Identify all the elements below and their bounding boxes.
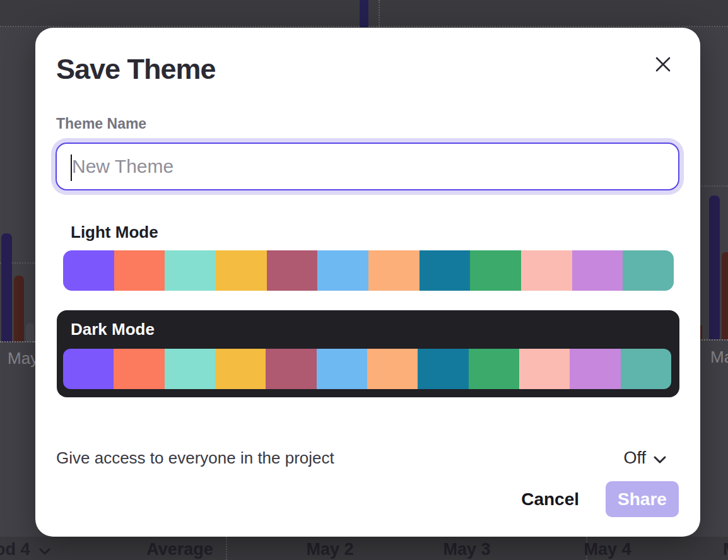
- axis-label: Average: [146, 540, 213, 559]
- palette-swatch: [621, 349, 671, 389]
- theme-name-input[interactable]: [57, 144, 678, 189]
- axis-separator: [226, 537, 227, 560]
- palette-swatch: [519, 349, 570, 389]
- modal-title: Save Theme: [56, 53, 216, 86]
- palette-swatch: [165, 349, 215, 389]
- chevron-down-icon: [654, 448, 666, 468]
- palette-swatch: [165, 250, 216, 291]
- palette-swatch: [418, 349, 468, 389]
- dark-mode-label: Dark Mode: [71, 320, 155, 339]
- palette-swatch: [470, 250, 521, 291]
- save-theme-modal: Save Theme Theme Name Light Mode Dark Mo…: [35, 28, 700, 537]
- palette-swatch: [469, 349, 519, 389]
- theme-name-field: [56, 143, 679, 190]
- background-bar: [26, 323, 34, 342]
- modal-actions: Cancel Share: [521, 481, 679, 517]
- access-dropdown[interactable]: Off: [623, 448, 666, 468]
- palette-swatch: [267, 250, 318, 291]
- axis-label: May: [8, 349, 38, 368]
- access-row: Give access to everyone in the project O…: [56, 445, 666, 470]
- axis-label: M: [723, 540, 728, 559]
- palette-swatch: [114, 349, 164, 389]
- palette-swatch: [570, 349, 620, 389]
- light-mode-palette: [63, 250, 674, 291]
- share-button[interactable]: Share: [606, 481, 679, 517]
- dark-mode-palette: [63, 349, 671, 389]
- palette-swatch: [367, 349, 418, 389]
- dark-mode-card: Dark Mode: [57, 310, 679, 397]
- background-axis-line: [0, 341, 35, 342]
- palette-swatch: [215, 349, 266, 389]
- background-bar: [1, 233, 12, 342]
- palette-swatch: [317, 250, 368, 291]
- chevron-down-icon: [39, 540, 50, 559]
- palette-swatch: [63, 250, 114, 291]
- palette-swatch: [114, 250, 165, 291]
- background-axis-line: [699, 339, 728, 341]
- background-gridline: [379, 0, 380, 28]
- period-selector-label: od 4: [0, 540, 30, 559]
- background-bottom-axis: od 4 Average May 2 May 3 May 4 M: [0, 537, 728, 560]
- theme-name-label: Theme Name: [56, 115, 146, 132]
- background-gridline: [699, 185, 728, 187]
- palette-swatch: [572, 250, 623, 291]
- cancel-button[interactable]: Cancel: [521, 489, 579, 510]
- background-bar: [709, 195, 720, 339]
- palette-swatch: [63, 349, 114, 389]
- close-button[interactable]: [652, 54, 674, 76]
- palette-swatch: [420, 250, 471, 291]
- background-bar: [360, 0, 368, 27]
- light-mode-label: Light Mode: [71, 223, 158, 242]
- axis-label: Ma: [710, 347, 728, 367]
- palette-swatch: [521, 250, 572, 291]
- close-icon: [655, 56, 671, 74]
- axis-label: May 2: [306, 540, 353, 559]
- access-label: Give access to everyone in the project: [56, 448, 334, 468]
- access-dropdown-value: Off: [623, 448, 646, 468]
- background-bar: [14, 276, 24, 342]
- palette-swatch: [266, 349, 316, 389]
- axis-label: May 3: [443, 540, 490, 559]
- background-bar: [722, 252, 728, 339]
- screen: May Ma od 4 Average May 2 May 3 May 4 M: [0, 0, 728, 560]
- palette-swatch: [317, 349, 367, 389]
- text-cursor: [71, 155, 72, 181]
- axis-label: May 4: [584, 540, 631, 559]
- palette-swatch: [368, 250, 420, 291]
- palette-swatch: [216, 250, 267, 291]
- palette-swatch: [623, 250, 674, 291]
- period-selector[interactable]: od 4: [0, 540, 50, 559]
